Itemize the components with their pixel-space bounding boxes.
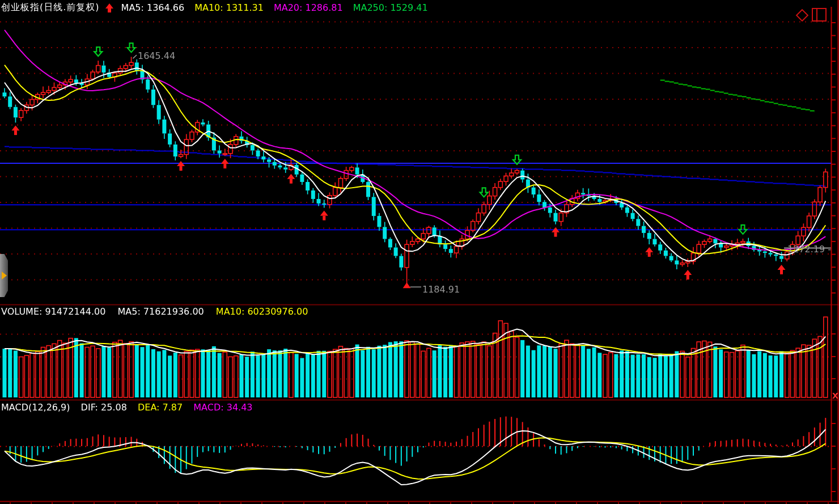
sidebar-expand-handle[interactable] <box>0 254 8 297</box>
split-window-icon[interactable] <box>812 8 827 22</box>
expand-triangle-icon <box>2 272 7 279</box>
chart-canvas[interactable] <box>0 0 839 504</box>
close-pane-icon[interactable]: X <box>832 391 838 400</box>
trading-terminal: { "header": { "title": "创业板指(日线.前复权)", "… <box>0 0 839 504</box>
